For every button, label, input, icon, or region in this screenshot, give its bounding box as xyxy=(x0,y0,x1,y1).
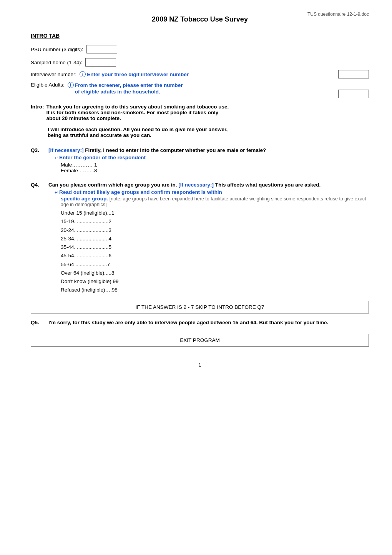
q4-option-99: Don't know (ineligible) 99 xyxy=(61,277,369,286)
eligible-instruction-line1: From the screener, please enter the numb… xyxy=(75,82,183,88)
q3-label: Q3. xyxy=(31,147,45,153)
q4-read-part1: Read out most likely age groups and conf… xyxy=(59,189,222,195)
q3-block: Q3. [If necessary:] Firstly, I need to e… xyxy=(31,147,369,173)
sampled-home-row: Sampled home (1-34): xyxy=(31,58,369,67)
intro-line2: It is for both smokers and non-smokers. … xyxy=(47,110,229,115)
q4-option-1: Under 15 (ineligible)...1 xyxy=(61,209,369,217)
sampled-label: Sampled home (1-34): xyxy=(31,60,82,65)
q3-options: Male………… 1 Female ……...8 xyxy=(61,162,369,173)
q5-block: Q5. I'm sorry, for this study we are onl… xyxy=(31,320,369,325)
q4-block: Q4. Can you please confirm which age gro… xyxy=(31,182,369,295)
q5-label: Q5. xyxy=(31,320,45,325)
q4-option-6: 45-54. ......................6 xyxy=(61,252,369,260)
q4-read-part2: specific age group. xyxy=(61,196,108,202)
eligible-instruction-line2-pre: of xyxy=(75,89,81,95)
q3-main: [If necessary:] Firstly, I need to enter… xyxy=(48,147,369,153)
intro-line3: about 20 minutes to complete. xyxy=(47,115,229,121)
q4-main-suffix: This affects what questions you are aske… xyxy=(215,182,321,188)
q3-option-female: Female ……...8 xyxy=(61,168,369,173)
exit-notice: EXIT PROGRAM xyxy=(31,334,369,347)
q4-option-8: Over 64 (ineligible).....8 xyxy=(61,269,369,277)
eligible-underline: eligible xyxy=(81,89,99,95)
intro-line1: Thank you for agreeing to do this survey… xyxy=(47,104,229,110)
q4-option-7: 55-64 ......................7 xyxy=(61,260,369,269)
interviewer-instruction: Enter your three digit interviewer numbe… xyxy=(87,72,189,77)
q4-read-instruction: ↵ Read out most likely age groups and co… xyxy=(55,189,369,195)
eligible-input[interactable] xyxy=(338,90,369,98)
q3-if-necessary: [If necessary:] xyxy=(48,147,84,153)
psu-label: PSU number (3 digits): xyxy=(31,47,83,52)
q3-option-male: Male………… 1 xyxy=(61,162,369,168)
sampled-input[interactable] xyxy=(85,58,116,67)
intro-line5: being as truthful and accurate as you ca… xyxy=(48,132,228,138)
q4-arrow-icon: ↵ xyxy=(55,190,59,195)
q3-arrow-icon: ↵ xyxy=(55,155,59,160)
interviewer-label: Interviewer number: xyxy=(31,72,76,77)
q3-instruction-row: ↵ Enter the gender of the respondent xyxy=(55,155,369,160)
q3-instruction: Enter the gender of the respondent xyxy=(59,155,146,160)
q4-read-part2-row: specific age group. [note: age groups ha… xyxy=(61,196,369,207)
q4-option-5: 35-44. ......................5 xyxy=(61,243,369,252)
skip-notice: IF THE ANSWER IS 2 - 7 SKIP TO INTRO BEF… xyxy=(31,301,369,313)
q4-option-2: 15-19. ......................2 xyxy=(61,217,369,226)
eligible-instruction-line2-post: adults in the household. xyxy=(99,89,160,95)
eligible-label: Eligible Adults: xyxy=(31,82,65,88)
psu-input[interactable] xyxy=(86,45,117,53)
q4-option-98: Refused (ineligible)….98 xyxy=(61,286,369,294)
q4-option-3: 20-24. ......................3 xyxy=(61,226,369,235)
intro-line4: I will introduce each question. All you … xyxy=(48,127,228,132)
q5-main-text: I'm sorry, for this study we are only ab… xyxy=(48,320,369,325)
interviewer-input[interactable] xyxy=(338,70,369,78)
intro-tab-heading: INTRO TAB xyxy=(31,33,369,39)
interviewer-info-icon: i xyxy=(80,71,86,77)
q4-options: Under 15 (ineligible)...1 15-19. .......… xyxy=(61,209,369,295)
page-number: 1 xyxy=(31,362,369,368)
q4-option-4: 25-34. ......................4 xyxy=(61,235,369,243)
intro-paragraph: Intro: Thank you for agreeing to do this… xyxy=(31,104,369,138)
top-right-filename: TUS questionnaire 12-1-9.doc xyxy=(307,12,369,17)
eligible-info-icon: i xyxy=(68,82,74,88)
psu-row: PSU number (3 digits): xyxy=(31,45,369,53)
q4-main: Can you please confirm which age group y… xyxy=(48,182,369,188)
intro-prefix: Intro: xyxy=(31,104,44,110)
q4-main-text: Can you please confirm which age group y… xyxy=(48,182,177,188)
q4-label: Q4. xyxy=(31,182,45,188)
q4-if-necessary: [If necessary:] xyxy=(178,182,214,188)
q3-main-text: Firstly, I need to enter into the comput… xyxy=(85,147,266,153)
